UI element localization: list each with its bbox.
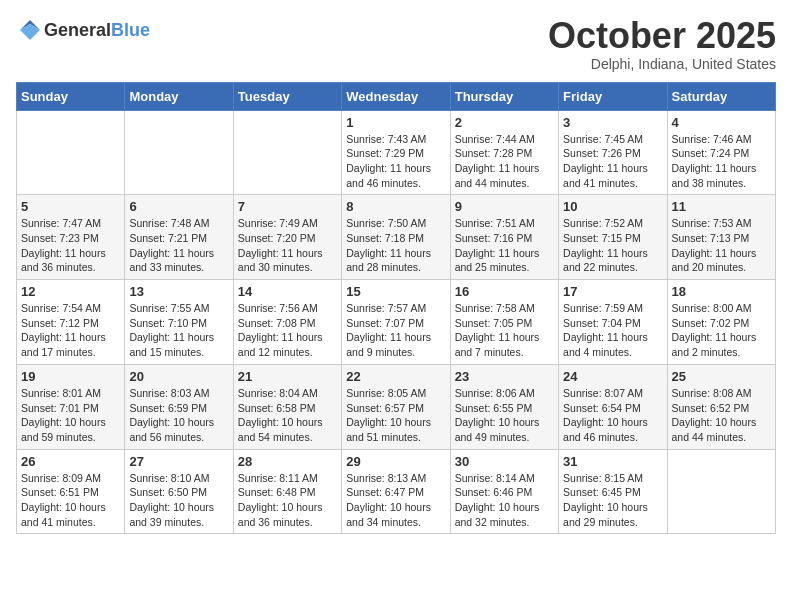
day-info: Sunrise: 8:07 AM Sunset: 6:54 PM Dayligh… (563, 386, 662, 445)
calendar-week-3: 12Sunrise: 7:54 AM Sunset: 7:12 PM Dayli… (17, 280, 776, 365)
day-info: Sunrise: 7:45 AM Sunset: 7:26 PM Dayligh… (563, 132, 662, 191)
day-info: Sunrise: 8:10 AM Sunset: 6:50 PM Dayligh… (129, 471, 228, 530)
calendar-cell: 15Sunrise: 7:57 AM Sunset: 7:07 PM Dayli… (342, 280, 450, 365)
day-info: Sunrise: 7:55 AM Sunset: 7:10 PM Dayligh… (129, 301, 228, 360)
calendar-cell (233, 110, 341, 195)
day-number: 26 (21, 454, 120, 469)
day-info: Sunrise: 7:44 AM Sunset: 7:28 PM Dayligh… (455, 132, 554, 191)
logo-blue: Blue (111, 20, 150, 40)
day-number: 22 (346, 369, 445, 384)
calendar-cell: 23Sunrise: 8:06 AM Sunset: 6:55 PM Dayli… (450, 364, 558, 449)
calendar-cell (667, 449, 775, 534)
day-info: Sunrise: 7:56 AM Sunset: 7:08 PM Dayligh… (238, 301, 337, 360)
weekday-header-friday: Friday (559, 82, 667, 110)
calendar-cell: 17Sunrise: 7:59 AM Sunset: 7:04 PM Dayli… (559, 280, 667, 365)
day-number: 19 (21, 369, 120, 384)
calendar-cell: 9Sunrise: 7:51 AM Sunset: 7:16 PM Daylig… (450, 195, 558, 280)
day-number: 10 (563, 199, 662, 214)
calendar-table: SundayMondayTuesdayWednesdayThursdayFrid… (16, 82, 776, 535)
day-info: Sunrise: 8:06 AM Sunset: 6:55 PM Dayligh… (455, 386, 554, 445)
day-number: 1 (346, 115, 445, 130)
calendar-cell: 25Sunrise: 8:08 AM Sunset: 6:52 PM Dayli… (667, 364, 775, 449)
day-info: Sunrise: 7:53 AM Sunset: 7:13 PM Dayligh… (672, 216, 771, 275)
calendar-cell: 11Sunrise: 7:53 AM Sunset: 7:13 PM Dayli… (667, 195, 775, 280)
day-info: Sunrise: 7:43 AM Sunset: 7:29 PM Dayligh… (346, 132, 445, 191)
day-number: 2 (455, 115, 554, 130)
day-number: 4 (672, 115, 771, 130)
calendar-cell (125, 110, 233, 195)
day-number: 13 (129, 284, 228, 299)
calendar-cell: 2Sunrise: 7:44 AM Sunset: 7:28 PM Daylig… (450, 110, 558, 195)
calendar-week-4: 19Sunrise: 8:01 AM Sunset: 7:01 PM Dayli… (17, 364, 776, 449)
calendar-cell: 14Sunrise: 7:56 AM Sunset: 7:08 PM Dayli… (233, 280, 341, 365)
day-number: 11 (672, 199, 771, 214)
day-number: 7 (238, 199, 337, 214)
day-info: Sunrise: 8:04 AM Sunset: 6:58 PM Dayligh… (238, 386, 337, 445)
calendar-cell: 8Sunrise: 7:50 AM Sunset: 7:18 PM Daylig… (342, 195, 450, 280)
day-info: Sunrise: 7:51 AM Sunset: 7:16 PM Dayligh… (455, 216, 554, 275)
logo: GeneralBlue (16, 16, 150, 44)
weekday-header-sunday: Sunday (17, 82, 125, 110)
day-number: 21 (238, 369, 337, 384)
calendar-cell: 18Sunrise: 8:00 AM Sunset: 7:02 PM Dayli… (667, 280, 775, 365)
day-info: Sunrise: 7:48 AM Sunset: 7:21 PM Dayligh… (129, 216, 228, 275)
calendar-cell: 28Sunrise: 8:11 AM Sunset: 6:48 PM Dayli… (233, 449, 341, 534)
day-info: Sunrise: 7:58 AM Sunset: 7:05 PM Dayligh… (455, 301, 554, 360)
weekday-header-monday: Monday (125, 82, 233, 110)
calendar-week-1: 1Sunrise: 7:43 AM Sunset: 7:29 PM Daylig… (17, 110, 776, 195)
calendar-cell: 27Sunrise: 8:10 AM Sunset: 6:50 PM Dayli… (125, 449, 233, 534)
day-number: 9 (455, 199, 554, 214)
calendar-cell: 30Sunrise: 8:14 AM Sunset: 6:46 PM Dayli… (450, 449, 558, 534)
calendar-cell: 13Sunrise: 7:55 AM Sunset: 7:10 PM Dayli… (125, 280, 233, 365)
day-number: 5 (21, 199, 120, 214)
day-number: 31 (563, 454, 662, 469)
day-number: 25 (672, 369, 771, 384)
day-number: 16 (455, 284, 554, 299)
day-info: Sunrise: 8:05 AM Sunset: 6:57 PM Dayligh… (346, 386, 445, 445)
day-number: 14 (238, 284, 337, 299)
page-header: GeneralBlue October 2025 Delphi, Indiana… (16, 16, 776, 72)
day-number: 30 (455, 454, 554, 469)
day-info: Sunrise: 7:52 AM Sunset: 7:15 PM Dayligh… (563, 216, 662, 275)
day-info: Sunrise: 8:13 AM Sunset: 6:47 PM Dayligh… (346, 471, 445, 530)
day-info: Sunrise: 7:59 AM Sunset: 7:04 PM Dayligh… (563, 301, 662, 360)
calendar-cell: 16Sunrise: 7:58 AM Sunset: 7:05 PM Dayli… (450, 280, 558, 365)
day-number: 27 (129, 454, 228, 469)
day-number: 20 (129, 369, 228, 384)
day-info: Sunrise: 7:54 AM Sunset: 7:12 PM Dayligh… (21, 301, 120, 360)
day-number: 28 (238, 454, 337, 469)
calendar-cell: 7Sunrise: 7:49 AM Sunset: 7:20 PM Daylig… (233, 195, 341, 280)
day-number: 29 (346, 454, 445, 469)
calendar-cell: 22Sunrise: 8:05 AM Sunset: 6:57 PM Dayli… (342, 364, 450, 449)
calendar-cell: 3Sunrise: 7:45 AM Sunset: 7:26 PM Daylig… (559, 110, 667, 195)
weekday-header-thursday: Thursday (450, 82, 558, 110)
day-info: Sunrise: 8:11 AM Sunset: 6:48 PM Dayligh… (238, 471, 337, 530)
calendar-cell: 4Sunrise: 7:46 AM Sunset: 7:24 PM Daylig… (667, 110, 775, 195)
day-info: Sunrise: 8:08 AM Sunset: 6:52 PM Dayligh… (672, 386, 771, 445)
day-number: 12 (21, 284, 120, 299)
month-title: October 2025 (548, 16, 776, 56)
day-info: Sunrise: 8:09 AM Sunset: 6:51 PM Dayligh… (21, 471, 120, 530)
calendar-week-2: 5Sunrise: 7:47 AM Sunset: 7:23 PM Daylig… (17, 195, 776, 280)
weekday-header-tuesday: Tuesday (233, 82, 341, 110)
svg-marker-1 (20, 24, 40, 40)
day-info: Sunrise: 8:00 AM Sunset: 7:02 PM Dayligh… (672, 301, 771, 360)
day-info: Sunrise: 8:03 AM Sunset: 6:59 PM Dayligh… (129, 386, 228, 445)
calendar-cell: 29Sunrise: 8:13 AM Sunset: 6:47 PM Dayli… (342, 449, 450, 534)
day-number: 23 (455, 369, 554, 384)
calendar-week-5: 26Sunrise: 8:09 AM Sunset: 6:51 PM Dayli… (17, 449, 776, 534)
day-info: Sunrise: 8:15 AM Sunset: 6:45 PM Dayligh… (563, 471, 662, 530)
calendar-cell: 5Sunrise: 7:47 AM Sunset: 7:23 PM Daylig… (17, 195, 125, 280)
calendar-cell: 31Sunrise: 8:15 AM Sunset: 6:45 PM Dayli… (559, 449, 667, 534)
title-block: October 2025 Delphi, Indiana, United Sta… (548, 16, 776, 72)
day-info: Sunrise: 7:47 AM Sunset: 7:23 PM Dayligh… (21, 216, 120, 275)
day-info: Sunrise: 7:57 AM Sunset: 7:07 PM Dayligh… (346, 301, 445, 360)
day-number: 3 (563, 115, 662, 130)
day-info: Sunrise: 7:46 AM Sunset: 7:24 PM Dayligh… (672, 132, 771, 191)
calendar-cell (17, 110, 125, 195)
weekday-header-wednesday: Wednesday (342, 82, 450, 110)
day-number: 15 (346, 284, 445, 299)
weekday-header-row: SundayMondayTuesdayWednesdayThursdayFrid… (17, 82, 776, 110)
day-info: Sunrise: 7:50 AM Sunset: 7:18 PM Dayligh… (346, 216, 445, 275)
day-number: 24 (563, 369, 662, 384)
